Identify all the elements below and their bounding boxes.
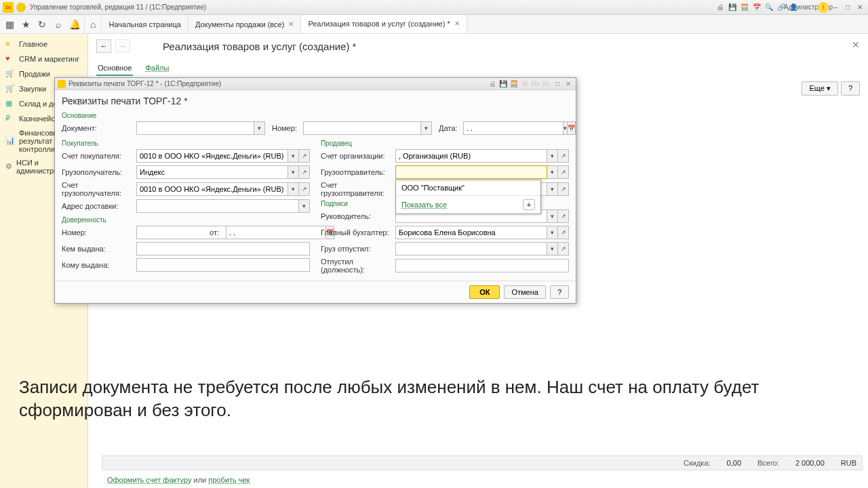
info-icon[interactable]: i: [818, 2, 829, 13]
dialog-print-icon[interactable]: 🖨: [488, 79, 497, 89]
app-logo-icon: 1c: [3, 2, 14, 13]
released-pos-field[interactable]: [395, 259, 569, 272]
acc-consignee-field[interactable]: [136, 182, 288, 196]
invoice-link[interactable]: Оформить счет фактуру: [107, 476, 191, 484]
released-field[interactable]: [395, 242, 547, 256]
dropdown-icon[interactable]: ▾: [547, 182, 558, 196]
receipt-link[interactable]: пробить чек: [208, 476, 250, 484]
tab-start[interactable]: Начальная страница: [102, 15, 188, 33]
section-buyer: Покупатель: [62, 140, 310, 147]
maximize-icon[interactable]: □: [842, 2, 853, 13]
page-close-icon[interactable]: ✕: [852, 39, 860, 50]
dialog-logo-icon: [58, 80, 66, 88]
acc-org-field[interactable]: [395, 149, 547, 163]
consignee-field[interactable]: [136, 165, 288, 179]
subtab-files[interactable]: Файлы: [144, 61, 170, 76]
sender-field[interactable]: [395, 165, 547, 179]
dropdown-icon[interactable]: ▾: [547, 226, 558, 239]
issued-to-field[interactable]: [136, 258, 310, 272]
sidebar-item-main[interactable]: Главное: [0, 37, 87, 52]
label-addr: Адрес доставки:: [62, 202, 136, 210]
dialog-m-icon[interactable]: M-: [542, 79, 551, 89]
dialog-save-icon[interactable]: 💾: [498, 79, 508, 89]
save-icon[interactable]: 💾: [727, 2, 738, 13]
discount-value: 0,00: [727, 459, 741, 467]
document-field[interactable]: [136, 121, 254, 135]
dialog-close-icon[interactable]: ✕: [564, 79, 573, 89]
history-icon[interactable]: ↻: [37, 19, 47, 30]
tab-docs[interactable]: Документы продажи (все)✕: [189, 15, 301, 33]
dialog-calc-icon[interactable]: 🧮: [509, 79, 519, 89]
calendar-icon[interactable]: 📅: [751, 2, 762, 13]
label-head: Руководитель:: [321, 212, 395, 220]
search-icon[interactable]: 🔍: [764, 2, 774, 13]
auth-date-field[interactable]: [226, 226, 326, 239]
dialog-minimize-icon[interactable]: □: [553, 79, 562, 89]
tab-realization[interactable]: Реализация товаров и услуг (создание) *✕: [301, 15, 467, 33]
open-icon[interactable]: ↗: [299, 182, 310, 196]
label-released-pos: Отпустил (должность):: [321, 258, 395, 274]
calc-icon[interactable]: 🧮: [739, 2, 750, 13]
minimize-icon[interactable]: –: [830, 2, 841, 13]
dropdown-icon[interactable]: ▾: [547, 209, 558, 223]
cancel-button[interactable]: Отмена: [504, 285, 545, 299]
dropdown-icon[interactable]: ▾: [288, 165, 299, 179]
dialog-m-icon[interactable]: M+: [531, 79, 540, 89]
open-icon[interactable]: ↗: [558, 209, 569, 223]
open-icon[interactable]: ↗: [558, 149, 569, 163]
search-icon[interactable]: ⌕: [53, 19, 64, 30]
dialog-m-icon[interactable]: M: [520, 79, 530, 89]
dropdown-option[interactable]: ООО "Поставщик": [396, 180, 540, 195]
dropdown-icon[interactable]: ▾: [254, 121, 265, 135]
dropdown-icon[interactable]: ▾: [547, 149, 558, 163]
forward-button[interactable]: →: [115, 39, 130, 53]
number-field[interactable]: [303, 121, 421, 135]
dropdown-icon[interactable]: ▾: [299, 199, 310, 213]
print-icon[interactable]: 🖨: [715, 2, 726, 13]
dropdown-icon[interactable]: ▾: [288, 149, 299, 163]
addr-field[interactable]: [136, 199, 299, 213]
label-accountant: Главный бухгалтер:: [321, 228, 395, 237]
star-icon[interactable]: ★: [20, 19, 31, 30]
issued-by-field[interactable]: [136, 242, 310, 256]
tab-bar: ▦ ★ ↻ ⌕ 🔔 Начальная страница Документы п…: [0, 15, 868, 34]
open-icon[interactable]: ↗: [558, 182, 569, 196]
bell-icon[interactable]: 🔔: [69, 19, 80, 30]
discount-label: Скидка:: [684, 459, 711, 467]
section-seller: Продавец: [321, 140, 569, 147]
label-issued-by: Кем выдана:: [62, 245, 136, 253]
dropdown-icon[interactable]: ▾: [421, 121, 432, 135]
admin-label[interactable]: Администратор: [803, 2, 814, 13]
open-icon[interactable]: ↗: [299, 165, 310, 179]
close-icon[interactable]: ✕: [854, 2, 865, 13]
open-icon[interactable]: ↗: [558, 226, 569, 239]
tab-close-icon[interactable]: ✕: [288, 20, 294, 28]
open-icon[interactable]: ↗: [558, 165, 569, 179]
dropdown-icon[interactable]: [16, 3, 26, 12]
sidebar-item-crm[interactable]: CRM и маркетинг: [0, 52, 87, 66]
more-button[interactable]: Еще ▾: [802, 81, 837, 96]
dropdown-icon[interactable]: ▾: [288, 182, 299, 196]
help-button[interactable]: ?: [841, 81, 860, 96]
apps-icon[interactable]: ▦: [4, 19, 15, 30]
calendar-icon[interactable]: 📅: [568, 121, 576, 135]
open-icon[interactable]: ↗: [299, 149, 310, 163]
subtab-main[interactable]: Основное: [96, 61, 133, 76]
dropdown-icon[interactable]: ▾: [547, 242, 558, 256]
dialog-header: Реквизиты печати ТОРГ-12 *: [62, 96, 569, 106]
date-field[interactable]: [463, 121, 564, 135]
accountant-field[interactable]: [395, 226, 547, 239]
acc-buyer-field[interactable]: [136, 149, 288, 163]
help-button[interactable]: ?: [550, 285, 569, 299]
add-button[interactable]: +: [523, 199, 535, 210]
label-number: Номер:: [272, 124, 303, 132]
currency-label: RUB: [841, 459, 856, 467]
home-tab[interactable]: [85, 15, 102, 33]
back-button[interactable]: ←: [96, 39, 111, 53]
dropdown-icon[interactable]: ▾: [547, 165, 558, 179]
total-value: 2 000,00: [795, 459, 825, 467]
ok-button[interactable]: ОК: [469, 285, 500, 299]
tab-close-icon[interactable]: ✕: [454, 20, 460, 27]
show-all-link[interactable]: Показать все: [401, 201, 447, 209]
open-icon[interactable]: ↗: [558, 242, 569, 256]
